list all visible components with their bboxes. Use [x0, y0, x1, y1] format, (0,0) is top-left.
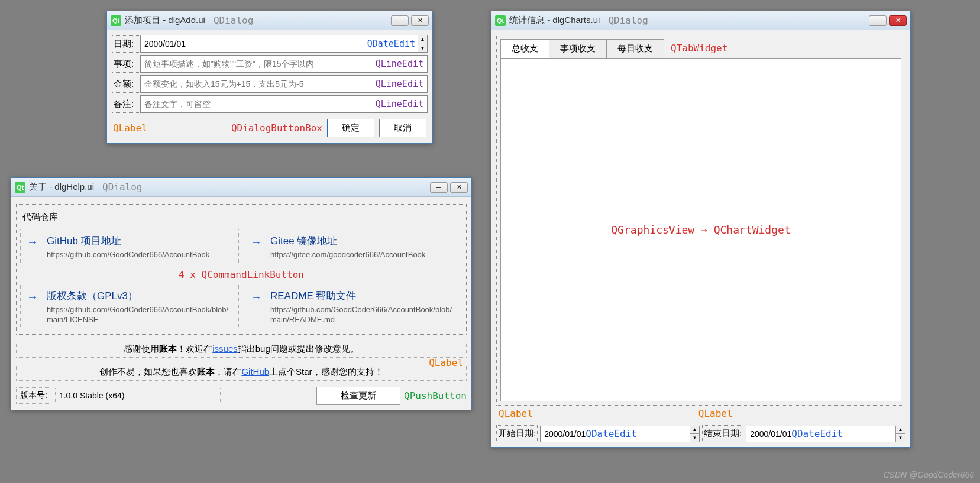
qt-icon: Qt — [111, 15, 121, 26]
end-date-value: 2000/01/01 — [750, 429, 791, 439]
repo-groupbox: 代码仓库 → GitHub 项目地址 https://github.com/Go… — [16, 204, 467, 335]
qlabel-annot: QLabel — [113, 122, 147, 134]
note-label: 备注: — [112, 96, 140, 113]
qt-icon: Qt — [15, 182, 25, 193]
cmd-title: Gitee 镜像地址 — [270, 234, 456, 248]
date-label: 日期: — [112, 35, 140, 53]
arrow-icon: → — [27, 290, 38, 304]
qlabel-annot-1: QLabel — [499, 408, 533, 419]
github-link[interactable]: GitHub — [241, 367, 269, 377]
class-hint: QDialog — [102, 181, 142, 193]
amount-label: 金额: — [112, 76, 140, 93]
minimize-button[interactable]: ─ — [430, 182, 448, 193]
qlabel-annot: QLabel — [429, 357, 463, 368]
end-date-hint: QDateEdit — [791, 428, 843, 439]
item-field[interactable]: QLineEdit — [140, 55, 428, 73]
qpushbutton-annot: QPushButton — [404, 390, 467, 401]
tab-item[interactable]: 事项收支 — [549, 39, 607, 58]
cmdlink-annot: 4 x QCommandLinkButton — [20, 269, 462, 280]
cmd-url: https://gitee.com/goodcoder666/AccountBo… — [270, 250, 456, 260]
window-title: 添加项目 - dlgAdd.ui — [125, 15, 205, 26]
buttonbox-annot: QDialogButtonBox — [231, 122, 322, 134]
cmd-title: GitHub 项目地址 — [47, 234, 232, 248]
cmd-license[interactable]: → 版权条款（GPLv3） https://github.com/GoodCod… — [20, 284, 239, 330]
minimize-button[interactable]: ─ — [391, 15, 409, 26]
window-title: 统计信息 - dlgCharts.ui — [509, 15, 600, 26]
watermark: CSDN @GoodCoder666 — [883, 470, 974, 479]
cmd-github[interactable]: → GitHub 项目地址 https://github.com/GoodCod… — [20, 229, 239, 265]
qlabel-annot-2: QLabel — [698, 408, 733, 419]
cmd-title: 版权条款（GPLv3） — [47, 289, 232, 303]
spin-arrows[interactable]: ▲▼ — [418, 35, 427, 52]
check-update-button[interactable]: 检查更新 — [316, 387, 400, 405]
end-date-field[interactable]: 2000/01/01 QDateEdit ▲▼ — [746, 426, 905, 442]
start-date-hint: QDateEdit — [586, 428, 637, 439]
arrow-icon: → — [250, 290, 262, 304]
ok-button[interactable]: 确定 — [327, 119, 374, 137]
dlg-help-window: Qt 关于 - dlgHelp.ui QDialog ─ ✕ 代码仓库 → Gi… — [11, 177, 472, 410]
start-date-field[interactable]: 2000/01/01 QDateEdit ▲▼ — [540, 426, 700, 442]
cmd-url: https://github.com/GoodCoder666/AccountB… — [47, 250, 232, 260]
class-hint: QDialog — [214, 15, 253, 26]
cmd-gitee[interactable]: → Gitee 镜像地址 https://gitee.com/goodcoder… — [244, 229, 462, 265]
dlg-charts-window: Qt 统计信息 - dlgCharts.ui QDialog ─ ✕ 总收支 事… — [491, 11, 911, 448]
arrow-icon: → — [27, 235, 38, 249]
cmd-title: README 帮助文件 — [270, 289, 456, 303]
issues-link[interactable]: issues — [212, 343, 238, 354]
version-label: 版本号: — [16, 387, 51, 404]
close-button[interactable]: ✕ — [450, 182, 468, 193]
close-button[interactable]: ✕ — [411, 15, 429, 26]
cmd-url: https://github.com/GoodCoder666/AccountB… — [270, 305, 456, 325]
chart-annot: QGraphicsView → QChartWidget — [611, 223, 790, 236]
dlg-add-window: Qt 添加项目 - dlgAdd.ui QDialog ─ ✕ 日期: 2000… — [106, 11, 433, 144]
note-hint: QLineEdit — [376, 99, 423, 109]
amount-field[interactable]: QLineEdit — [140, 75, 428, 93]
cmd-url: https://github.com/GoodCoder666/AccountB… — [47, 305, 232, 325]
date-field[interactable]: 2000/01/01 QDateEdit ▲▼ — [140, 35, 428, 53]
amount-hint: QLineEdit — [376, 79, 423, 89]
spin-arrows[interactable]: ▲▼ — [690, 426, 699, 442]
item-hint: QLineEdit — [376, 59, 423, 69]
tab-daily[interactable]: 每日收支 — [606, 39, 664, 58]
thanks-line-2: 创作不易，如果您也喜欢账本，请在GitHub上点个Star，感谢您的支持！ — [16, 364, 467, 381]
cmd-readme[interactable]: → README 帮助文件 https://github.com/GoodCod… — [244, 284, 462, 330]
start-date-value: 2000/01/01 — [544, 429, 586, 439]
item-label: 事项: — [112, 56, 140, 73]
minimize-button[interactable]: ─ — [869, 15, 887, 26]
titlebar[interactable]: Qt 统计信息 - dlgCharts.ui QDialog ─ ✕ — [491, 11, 910, 30]
qt-icon: Qt — [495, 15, 506, 26]
tab-total[interactable]: 总收支 — [500, 39, 549, 58]
tabwidget-annot: QTabWidget — [664, 39, 735, 58]
window-title: 关于 - dlgHelp.ui — [29, 181, 94, 193]
end-date-label: 结束日期: — [702, 425, 743, 442]
titlebar[interactable]: Qt 关于 - dlgHelp.ui QDialog ─ ✕ — [11, 178, 471, 197]
close-button[interactable]: ✕ — [889, 15, 907, 26]
cancel-button[interactable]: 取消 — [379, 119, 426, 137]
arrow-icon: → — [250, 235, 262, 249]
note-field[interactable]: QLineEdit — [140, 95, 428, 113]
date-hint: QDateEdit — [367, 38, 415, 49]
spin-arrows[interactable]: ▲▼ — [895, 426, 905, 442]
date-value: 2000/01/01 — [144, 39, 186, 48]
class-hint: QDialog — [608, 15, 648, 26]
groupbox-title: 代码仓库 — [22, 212, 460, 223]
titlebar[interactable]: Qt 添加项目 - dlgAdd.ui QDialog ─ ✕ — [107, 11, 432, 30]
thanks-line-1: 感谢使用账本！欢迎在issues指出bug问题或提出修改意见。 — [16, 341, 467, 358]
tabbar: 总收支 事项收支 每日收支 QTabWidget — [500, 39, 901, 59]
chart-view: QGraphicsView → QChartWidget — [500, 59, 901, 401]
version-value: 1.0.0 Stable (x64) — [55, 388, 221, 403]
start-date-label: 开始日期: — [496, 425, 538, 442]
